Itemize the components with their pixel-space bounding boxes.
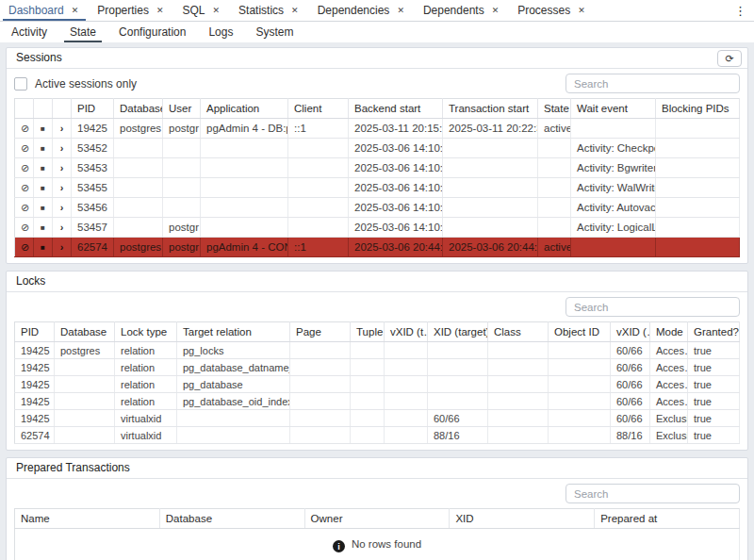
tab-statistics[interactable]: Statistics ✕: [230, 0, 309, 21]
subtab-logs[interactable]: Logs: [197, 22, 244, 42]
table-row[interactable]: 19425relationpg_database_oid_index60/66A…: [15, 393, 740, 410]
expand-chevron-icon[interactable]: ›: [53, 238, 72, 257]
stop-icon[interactable]: ■: [34, 218, 53, 238]
subtab-state[interactable]: State: [58, 22, 107, 42]
column-header[interactable]: PID: [15, 322, 55, 342]
table-row[interactable]: 19425postgresrelationpg_locks60/66Acces……: [15, 342, 740, 359]
column-header[interactable]: vXID (t…: [385, 322, 428, 342]
prepared-search-input[interactable]: [566, 484, 740, 503]
cell-wait_event: Activity: BgwriterHib…: [571, 158, 656, 178]
stop-icon[interactable]: ■: [34, 158, 53, 178]
expand-chevron-icon[interactable]: ›: [53, 218, 72, 238]
table-row[interactable]: ⊘■›534522025-03-06 14:10:11 …Activity: C…: [15, 139, 740, 158]
table-row[interactable]: ⊘■›19425postgrespostgr…pgAdmin 4 - DB:po…: [15, 119, 740, 139]
cell-pid: 53456: [72, 198, 114, 218]
column-header[interactable]: Object ID: [549, 322, 611, 342]
close-icon[interactable]: ✕: [577, 6, 586, 16]
cell-blocking_pids: [656, 119, 740, 139]
column-header[interactable]: Owner: [304, 509, 450, 529]
column-header[interactable]: XID (target): [428, 322, 488, 342]
cell-granted: true: [688, 342, 740, 359]
column-header[interactable]: Mode: [650, 322, 688, 342]
tab-sql[interactable]: SQL ✕: [174, 0, 231, 21]
subtab-system[interactable]: System: [244, 22, 304, 42]
cell-backend_start: 2025-03-06 14:10:11 …: [349, 178, 443, 198]
column-header[interactable]: Tuple: [351, 322, 385, 342]
table-row[interactable]: 19425relationpg_database60/66Acces…true: [15, 376, 740, 393]
expand-chevron-icon[interactable]: ›: [53, 119, 72, 139]
column-header[interactable]: XID: [450, 509, 595, 529]
subtab-configuration[interactable]: Configuration: [107, 22, 197, 42]
column-header[interactable]: Target relation: [177, 322, 290, 342]
column-header[interactable]: PID: [72, 99, 114, 119]
column-header[interactable]: Blocking PIDs: [656, 99, 740, 119]
column-header[interactable]: Client: [288, 99, 349, 119]
close-icon[interactable]: ✕: [212, 6, 221, 16]
kebab-menu-icon[interactable]: ⋮: [727, 0, 754, 21]
column-header[interactable]: Lock type: [115, 322, 177, 342]
cell-xid_target: 60/66: [428, 410, 488, 427]
column-header[interactable]: Database: [55, 322, 115, 342]
cell-transaction_start: [443, 198, 538, 218]
expand-chevron-icon[interactable]: ›: [53, 198, 72, 218]
column-header[interactable]: Page: [290, 322, 351, 342]
cancel-icon[interactable]: ⊘: [15, 178, 34, 198]
column-header[interactable]: Backend start: [349, 99, 443, 119]
stop-icon[interactable]: ■: [34, 238, 53, 257]
column-header[interactable]: User: [163, 99, 201, 119]
tab-dependencies[interactable]: Dependencies ✕: [309, 0, 415, 21]
close-icon[interactable]: ✕: [156, 6, 165, 16]
table-row[interactable]: 19425virtualxid60/6660/66Exclusi…true: [15, 410, 740, 427]
column-header[interactable]: vXID (…: [611, 322, 650, 342]
column-header[interactable]: Prepared at: [595, 509, 740, 529]
locks-search-input[interactable]: [566, 297, 740, 317]
table-row[interactable]: ⊘■›534552025-03-06 14:10:11 …Activity: W…: [15, 178, 740, 198]
expand-chevron-icon[interactable]: ›: [53, 139, 72, 158]
cell-backend_start: 2025-03-06 14:10:11 …: [349, 198, 443, 218]
tab-dashboard[interactable]: Dashboard ✕: [0, 0, 89, 21]
expand-chevron-icon[interactable]: ›: [53, 158, 72, 178]
tab-properties[interactable]: Properties ✕: [89, 0, 173, 21]
column-header[interactable]: Granted?: [688, 322, 740, 342]
close-icon[interactable]: ✕: [290, 6, 300, 16]
cell-pid: 53455: [72, 178, 114, 198]
close-icon[interactable]: ✕: [491, 6, 500, 16]
sessions-search-input[interactable]: [566, 74, 740, 93]
cell-lock_type: relation: [115, 393, 177, 410]
column-header[interactable]: Class: [488, 322, 549, 342]
cell-lock_type: relation: [115, 359, 177, 376]
table-row[interactable]: 62574virtualxid88/1688/16Exclusi…true: [15, 427, 740, 444]
close-icon[interactable]: ✕: [71, 6, 80, 16]
stop-icon[interactable]: ■: [34, 119, 53, 139]
cell-wait_event: Activity: Checkpointe…: [571, 139, 656, 158]
cancel-icon[interactable]: ⊘: [15, 139, 34, 158]
table-row[interactable]: 19425relationpg_database_datname_ind…60/…: [15, 359, 740, 376]
subtab-activity[interactable]: Activity: [0, 22, 58, 42]
cancel-icon[interactable]: ⊘: [15, 198, 34, 218]
refresh-button[interactable]: ⟳: [717, 50, 742, 67]
table-row[interactable]: ⊘■›534562025-03-06 14:10:11 …Activity: A…: [15, 198, 740, 218]
table-row[interactable]: ⊘■›534532025-03-06 14:10:11 …Activity: B…: [15, 158, 740, 178]
column-header[interactable]: Transaction start: [443, 99, 538, 119]
tab-dependents[interactable]: Dependents ✕: [415, 0, 509, 21]
column-header[interactable]: State: [538, 99, 571, 119]
stop-icon[interactable]: ■: [34, 198, 53, 218]
column-header[interactable]: Name: [15, 509, 160, 529]
active-sessions-checkbox[interactable]: [14, 77, 27, 91]
cancel-icon[interactable]: ⊘: [15, 119, 34, 139]
cancel-icon[interactable]: ⊘: [15, 238, 34, 257]
column-header[interactable]: Application: [201, 99, 288, 119]
cell-tuple: [351, 393, 385, 410]
table-row[interactable]: ⊘■›62574postgrespostgr…pgAdmin 4 - CONN:…: [15, 238, 740, 257]
expand-chevron-icon[interactable]: ›: [53, 178, 72, 198]
column-header[interactable]: Wait event: [571, 99, 656, 119]
close-icon[interactable]: ✕: [396, 6, 405, 16]
cancel-icon[interactable]: ⊘: [15, 218, 34, 238]
stop-icon[interactable]: ■: [34, 139, 53, 158]
tab-processes[interactable]: Processes ✕: [509, 0, 596, 21]
column-header[interactable]: Database: [159, 509, 304, 529]
table-row[interactable]: ⊘■›53457postgr…2025-03-06 14:10:11 …Acti…: [15, 218, 740, 238]
cancel-icon[interactable]: ⊘: [15, 158, 34, 178]
stop-icon[interactable]: ■: [34, 178, 53, 198]
column-header[interactable]: Database: [114, 99, 163, 119]
